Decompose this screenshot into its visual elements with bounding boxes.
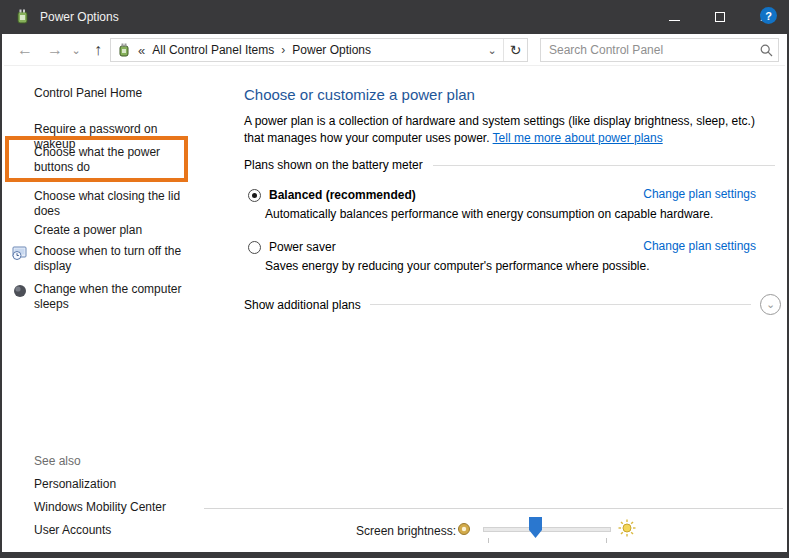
- sidebar-item-computer-sleeps[interactable]: Change when the computer sleeps: [34, 282, 186, 312]
- search-box: [540, 38, 779, 62]
- address-dropdown-button[interactable]: ⌄: [481, 44, 503, 57]
- sidebar-item-power-buttons[interactable]: Choose what the power buttons do: [34, 145, 186, 175]
- sidebar-item-turn-off-display[interactable]: Choose when to turn off the display: [34, 244, 186, 274]
- brightness-label: Screen brightness:: [356, 524, 456, 538]
- power-saver-radio[interactable]: [248, 241, 261, 254]
- tell-me-more-link[interactable]: Tell me more about power plans: [493, 131, 663, 145]
- minimize-button[interactable]: [652, 0, 697, 34]
- search-input[interactable]: [541, 43, 754, 57]
- chevron-down-icon: ⌄: [71, 44, 80, 57]
- forward-icon: →: [47, 41, 63, 59]
- maximize-button[interactable]: [697, 0, 742, 34]
- plans-section-label: Plans shown on the battery meter: [244, 158, 423, 172]
- forward-button[interactable]: →: [42, 34, 68, 66]
- display-clock-icon: [12, 245, 28, 261]
- section-divider: [433, 165, 775, 166]
- search-icon[interactable]: [754, 44, 778, 57]
- sidebar-item-user-accounts[interactable]: User Accounts: [34, 523, 186, 538]
- up-icon: ↑: [94, 41, 102, 59]
- plan-row-power-saver: Power saver Change plan settings: [248, 239, 789, 255]
- maximize-icon: [715, 12, 725, 22]
- sidebar-item-create-power-plan[interactable]: Create a power plan: [34, 223, 186, 238]
- address-bar[interactable]: « All Control Panel Items › Power Option…: [110, 38, 528, 62]
- navigation-toolbar: ← → ⌄ ↑ « All Control Panel Items › Powe…: [4, 34, 785, 66]
- sidebar-item-personalization[interactable]: Personalization: [34, 477, 186, 492]
- power-options-app-icon: [13, 8, 31, 26]
- plans-section-header: Plans shown on the battery meter: [244, 158, 775, 172]
- breadcrumb-separator-icon: ›: [281, 43, 285, 57]
- balanced-change-plan-settings-link[interactable]: Change plan settings: [643, 187, 756, 201]
- expand-plans-button[interactable]: ⌄: [760, 294, 781, 315]
- power-options-window: Power Options ✕ ← → ⌄ ↑ « All Control Pa…: [0, 0, 789, 558]
- intro-text: A power plan is a collection of hardware…: [244, 113, 776, 147]
- sleep-icon: [12, 283, 28, 299]
- sidebar: Control Panel Home Require a password on…: [4, 67, 229, 546]
- footer-divider: [204, 508, 783, 509]
- slider-tick-right: [606, 538, 607, 543]
- page-title: Choose or customize a power plan: [244, 86, 475, 103]
- brightness-dim-icon: [457, 522, 471, 536]
- sidebar-item-control-panel-home[interactable]: Control Panel Home: [34, 86, 186, 101]
- sidebar-item-closing-lid[interactable]: Choose what closing the lid does: [34, 189, 186, 219]
- power-saver-description: Saves energy by reducing your computer's…: [265, 259, 765, 273]
- minimize-icon: [669, 20, 680, 21]
- plan-row-balanced: Balanced (recommended) Change plan setti…: [248, 187, 789, 203]
- show-additional-plans-label: Show additional plans: [244, 298, 361, 312]
- power-options-breadcrumb-icon: [116, 42, 132, 58]
- sidebar-item-windows-mobility-center[interactable]: Windows Mobility Center: [34, 500, 186, 515]
- recent-pages-button[interactable]: ⌄: [68, 34, 84, 66]
- breadcrumb-all-control-panel-items[interactable]: All Control Panel Items: [152, 43, 274, 57]
- window-title: Power Options: [40, 10, 119, 24]
- refresh-button[interactable]: ↻: [503, 39, 527, 61]
- balanced-radio[interactable]: [248, 189, 261, 202]
- breadcrumb-power-options[interactable]: Power Options: [292, 43, 371, 57]
- show-additional-plans-row: Show additional plans ⌄: [244, 294, 781, 315]
- titlebar: Power Options ✕: [2, 0, 787, 34]
- help-icon: ?: [765, 10, 772, 22]
- brightness-bright-icon: [618, 519, 636, 537]
- back-icon: ←: [17, 41, 33, 59]
- up-button[interactable]: ↑: [86, 34, 110, 66]
- main-content: Choose or customize a power plan A power…: [244, 66, 785, 546]
- power-saver-change-plan-settings-link[interactable]: Change plan settings: [643, 239, 756, 253]
- see-also-header: See also: [34, 454, 81, 468]
- slider-tick-left: [488, 538, 489, 543]
- back-button[interactable]: ←: [12, 34, 38, 66]
- balanced-label[interactable]: Balanced (recommended): [269, 188, 416, 202]
- chevron-down-circle-icon: ⌄: [766, 298, 775, 311]
- help-button[interactable]: ?: [760, 7, 777, 24]
- brightness-slider-track[interactable]: [483, 527, 611, 532]
- power-saver-label[interactable]: Power saver: [269, 240, 336, 254]
- balanced-description: Automatically balances performance with …: [265, 207, 765, 221]
- breadcrumb-overflow-icon[interactable]: «: [138, 43, 145, 58]
- show-additional-divider: [370, 304, 751, 305]
